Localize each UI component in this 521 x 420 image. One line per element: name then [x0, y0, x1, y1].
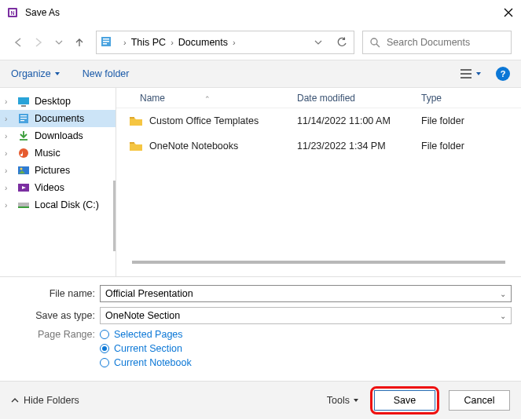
tree-item-desktop[interactable]: ›Desktop [0, 93, 116, 110]
radio-label: Current Notebook [114, 357, 192, 368]
horizontal-scrollbar[interactable] [132, 261, 505, 264]
breadcrumb-documents[interactable]: Documents [178, 37, 228, 48]
tree-label: Documents [35, 113, 84, 124]
filename-label: File name: [9, 288, 100, 299]
radio-current-notebook[interactable]: Current Notebook [100, 357, 192, 368]
savetype-label: Save as type: [9, 310, 100, 321]
tree-item-music[interactable]: ›Music [0, 144, 116, 162]
save-fields: File name: Official Presentation⌄ Save a… [0, 276, 521, 382]
svg-rect-18 [20, 118, 27, 119]
sort-caret-icon: ⌃ [204, 95, 211, 103]
tree-label: Desktop [35, 96, 71, 107]
file-name: OneNote Notebooks [149, 141, 238, 152]
svg-rect-17 [20, 115, 27, 116]
column-headers: Name⌃ Date modified Type [116, 88, 521, 108]
save-highlight: Save [370, 386, 439, 415]
address-bar[interactable]: › This PC › Documents › [96, 31, 354, 54]
radio-label: Selected Pages [114, 329, 183, 340]
refresh-icon[interactable] [333, 34, 350, 51]
footer: Hide Folders Tools Save Cancel [0, 382, 521, 419]
chevron-down-icon [475, 71, 482, 77]
chevron-up-icon [11, 396, 19, 404]
svg-point-23 [20, 168, 23, 170]
recent-dropdown-icon[interactable] [50, 34, 68, 51]
chevron-right-icon[interactable]: › [171, 38, 174, 47]
svg-rect-19 [20, 120, 24, 121]
svg-line-10 [376, 44, 380, 47]
tree-scrollbar[interactable] [113, 181, 116, 251]
file-type: File folder [415, 115, 521, 126]
filename-input[interactable]: Official Presentation⌄ [100, 285, 512, 302]
organize-label: Organize [11, 68, 51, 79]
documents-icon [100, 35, 114, 49]
cancel-button[interactable]: Cancel [449, 390, 510, 411]
chevron-right-icon[interactable]: › [123, 38, 127, 47]
help-icon[interactable]: ? [496, 67, 510, 81]
pagerange-label: Page Range: [9, 329, 100, 371]
file-name: Custom Office Templates [149, 115, 259, 126]
breadcrumb-thispc[interactable]: This PC [131, 37, 166, 48]
search-box[interactable] [362, 31, 512, 54]
tree-item-localdisk[interactable]: ›Local Disk (C:) [0, 196, 116, 214]
hide-folders-button[interactable]: Hide Folders [11, 395, 79, 406]
svg-point-9 [371, 38, 377, 45]
file-date: 11/23/2022 1:34 PM [297, 141, 415, 152]
close-icon[interactable] [502, 6, 515, 19]
tree-item-pictures[interactable]: ›Pictures [0, 162, 116, 179]
chevron-right-icon[interactable]: › [233, 38, 236, 47]
nav-row: › This PC › Documents › [0, 25, 521, 60]
search-icon [369, 37, 380, 48]
address-dropdown-icon[interactable] [310, 34, 327, 51]
file-date: 11/14/2022 11:00 AM [297, 115, 415, 126]
savetype-dropdown[interactable]: OneNote Section⌄ [100, 307, 512, 324]
list-item[interactable]: OneNote Notebooks 11/23/2022 1:34 PM Fil… [116, 133, 521, 159]
svg-point-21 [19, 148, 28, 158]
forward-button[interactable] [30, 34, 47, 51]
tree-label: Pictures [35, 165, 70, 176]
svg-rect-28 [130, 142, 134, 144]
tree-item-documents[interactable]: ›Documents [0, 110, 116, 127]
view-menu[interactable] [460, 68, 482, 79]
up-button[interactable] [71, 34, 88, 51]
onenote-icon: N [6, 6, 19, 19]
tree-label: Downloads [35, 130, 83, 141]
file-list: Name⌃ Date modified Type Custom Office T… [116, 88, 521, 276]
radio-selected-pages[interactable]: Selected Pages [100, 329, 192, 340]
chevron-down-icon [54, 71, 61, 77]
tree-item-downloads[interactable]: ›Downloads [0, 127, 116, 144]
save-button[interactable]: Save [374, 390, 435, 411]
radio-label: Current Section [114, 343, 182, 354]
svg-rect-7 [103, 41, 109, 42]
svg-rect-6 [103, 38, 109, 40]
svg-rect-8 [103, 43, 107, 45]
list-view-icon [460, 68, 472, 79]
svg-text:N: N [10, 10, 14, 16]
nav-tree: ›Desktop ›Documents ›Downloads ›Music ›P… [0, 88, 116, 276]
folder-icon [129, 141, 143, 152]
svg-rect-15 [21, 105, 26, 107]
folder-icon [129, 115, 143, 126]
chevron-down-icon[interactable]: ⌄ [500, 312, 506, 320]
svg-rect-26 [18, 206, 29, 208]
tree-label: Local Disk (C:) [35, 199, 99, 210]
col-date[interactable]: Date modified [297, 93, 415, 104]
back-button[interactable] [9, 34, 27, 51]
col-type[interactable]: Type [415, 93, 521, 104]
file-type: File folder [415, 141, 521, 152]
chevron-down-icon[interactable]: ⌄ [500, 290, 506, 298]
radio-current-section[interactable]: Current Section [100, 343, 192, 354]
tree-label: Videos [35, 182, 64, 193]
tree-label: Music [35, 148, 61, 159]
tree-item-videos[interactable]: ›Videos [0, 179, 116, 196]
svg-rect-14 [18, 97, 29, 104]
new-folder-button[interactable]: New folder [83, 68, 130, 79]
list-item[interactable]: Custom Office Templates 11/14/2022 11:00… [116, 108, 521, 133]
titlebar: N Save As [0, 0, 521, 25]
col-name[interactable]: Name⌃ [116, 93, 297, 104]
tools-menu[interactable]: Tools [327, 395, 359, 406]
search-input[interactable] [387, 37, 510, 48]
organize-button[interactable]: Organize [11, 68, 61, 79]
toolbar: Organize New folder ? [0, 60, 521, 88]
chevron-down-icon [353, 397, 359, 404]
window-title: Save As [25, 7, 502, 18]
